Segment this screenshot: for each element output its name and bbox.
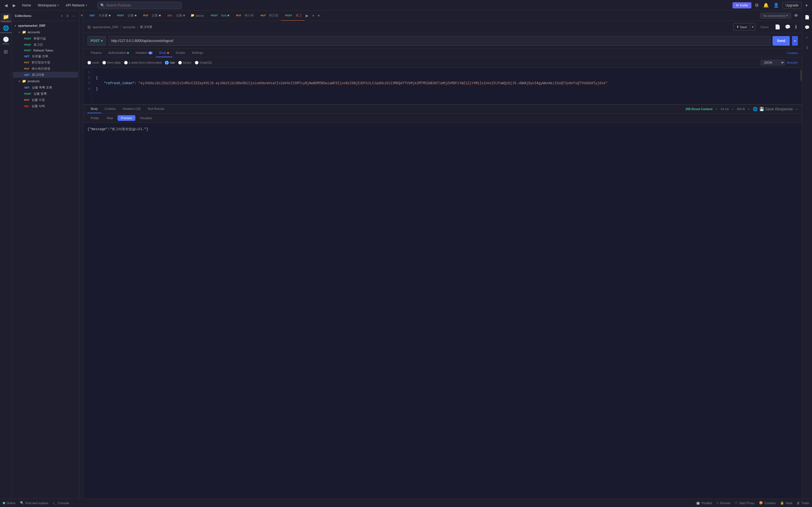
tab-settings[interactable]: Settings	[188, 49, 206, 57]
save-response-button[interactable]: 💾 Save Response	[759, 107, 793, 111]
notifications-icon[interactable]: 🔔	[762, 1, 770, 9]
filter-button[interactable]: ≡	[65, 13, 70, 18]
add-collection-button[interactable]: +	[59, 13, 64, 18]
breadcrumb-workspace[interactable]: spartamarket_DRF	[93, 25, 119, 29]
sidebar-icon-mock[interactable]: ⊞	[1, 47, 11, 57]
online-status[interactable]: Online	[3, 501, 15, 505]
right-icon-doc[interactable]: 📄	[803, 13, 811, 21]
view-tab-raw[interactable]: Raw	[103, 115, 116, 121]
sidebar-icon-history[interactable]: 🕐 History	[1, 36, 11, 46]
code-content[interactable]: { "refresh_token": "eyJhbGciOiJIUzI1NiIs…	[92, 68, 802, 104]
home-nav[interactable]: Home	[20, 2, 33, 8]
search-bar[interactable]: 🔍	[97, 2, 182, 9]
option-urlencoded[interactable]: x-www-form-urlencoded	[124, 61, 162, 64]
save-arrow-button[interactable]: ▾	[750, 23, 755, 31]
beautify-button[interactable]: Beautify	[786, 61, 798, 64]
comments-button[interactable]: 💬	[784, 23, 792, 31]
tab-put-password[interactable]: PUT 패스워	[232, 11, 257, 21]
forward-button[interactable]: ▶	[11, 2, 17, 9]
send-arrow-button[interactable]: ▾	[792, 36, 798, 46]
tab-post-logout[interactable]: POST 로그	[281, 11, 305, 21]
postbot-button[interactable]: 🤖 Postbot	[696, 501, 712, 505]
sidebar-icon-collections[interactable]: 📁 Collections	[1, 13, 11, 23]
tab-get-profile[interactable]: GET 프로를	[86, 11, 113, 21]
option-raw[interactable]: raw	[165, 61, 175, 64]
resp-tab-cookies[interactable]: Cookies	[101, 105, 119, 113]
right-icon-comments[interactable]: 💬	[803, 23, 811, 32]
sidebar-icon-environments[interactable]: 🌐 Environments	[1, 24, 11, 34]
raw-radio[interactable]	[165, 61, 168, 64]
tab-authorization[interactable]: Authorization	[105, 49, 132, 57]
tab-scripts[interactable]: Scripts	[172, 49, 189, 57]
cookies-bottom-button[interactable]: 🍪 Cookies	[759, 501, 776, 505]
put-profile-edit[interactable]: PUT 본인정보수정	[13, 59, 78, 65]
right-icon-info[interactable]: ℹ	[803, 43, 811, 52]
invite-button[interactable]: ✉ Invite	[732, 2, 751, 8]
resp-tab-headers[interactable]: Headers (10)	[119, 105, 144, 113]
option-none[interactable]: none	[87, 61, 99, 64]
start-proxy-button[interactable]: ⬡ Start Proxy	[735, 501, 755, 505]
tabs-more[interactable]: ▾	[317, 13, 321, 18]
find-replace-button[interactable]: 🔍 Find and replace	[20, 501, 49, 505]
get-profile[interactable]: GET 프로필 조회	[13, 53, 78, 59]
tab-post-product[interactable]: POST 상품	[113, 11, 140, 21]
get-products-list[interactable]: GET 상품 목록 조회	[13, 84, 78, 91]
option-form-data[interactable]: form-data	[102, 61, 120, 64]
none-radio[interactable]	[87, 61, 91, 64]
share-button[interactable]: Share	[758, 23, 771, 31]
vault-button[interactable]: 🔒 Vault	[780, 501, 792, 505]
option-graphql[interactable]: GraphQL	[195, 61, 212, 64]
console-button[interactable]: >_ Console	[53, 501, 69, 505]
breadcrumb-folder[interactable]: accounts	[123, 25, 135, 29]
new-tab-button[interactable]: +	[310, 13, 317, 18]
post-signup[interactable]: POST 회원가입	[13, 36, 78, 41]
products-folder[interactable]: ▾ 📁 products ···	[13, 78, 78, 84]
avatar-icon[interactable]: 👤	[772, 1, 780, 9]
runner-button[interactable]: ▷ Runner	[717, 501, 730, 505]
tab-params[interactable]: Params	[87, 49, 105, 57]
format-select[interactable]: JSON Text JavaScript HTML XML	[761, 60, 785, 65]
tab-del-product[interactable]: DEL 상품	[163, 11, 188, 21]
search-input[interactable]	[106, 3, 179, 7]
panel-collapse-button[interactable]: ◀	[80, 11, 84, 499]
resp-tab-body[interactable]: Body	[87, 105, 101, 113]
resp-tab-test-results[interactable]: Test Results	[144, 105, 168, 113]
more-options-button[interactable]: ···	[71, 13, 77, 18]
settings-icon[interactable]: ⚙	[754, 1, 760, 9]
method-select[interactable]: POST ▾	[87, 36, 106, 46]
workspaces-nav[interactable]: Workspaces ▾	[36, 2, 61, 8]
upgrade-button[interactable]: Upgrade	[782, 2, 802, 9]
put-password[interactable]: PUT 패스워드변경	[13, 66, 78, 71]
binary-radio[interactable]	[178, 61, 182, 64]
view-tab-visualize[interactable]: Visualize	[137, 115, 156, 121]
workspace-item[interactable]: ▾ spartamarket_DRF ···	[13, 22, 78, 29]
right-icon-expand[interactable]: ⤢	[803, 33, 811, 42]
env-manage-button[interactable]: 👁	[793, 12, 800, 19]
get-logout[interactable]: GET 로그아웃	[13, 72, 78, 78]
editor-scrollbar[interactable]	[800, 68, 802, 104]
tab-put-profile[interactable]: PUT 본인정	[257, 11, 281, 21]
tab-accounts-folder[interactable]: 📁 accou	[188, 11, 207, 21]
option-binary[interactable]: binary	[178, 61, 192, 64]
api-network-nav[interactable]: API Network ▾	[63, 2, 89, 8]
put-product-edit[interactable]: PUT 상품 수정	[13, 97, 78, 103]
tab-headers[interactable]: Headers9	[132, 49, 156, 57]
graphql-radio[interactable]	[195, 61, 199, 64]
globe-icon[interactable]: 🌐	[753, 107, 758, 111]
form-data-radio[interactable]	[102, 61, 106, 64]
tab-body[interactable]: Body	[156, 49, 172, 57]
url-input[interactable]	[108, 36, 770, 46]
cookies-link[interactable]: Cookies	[786, 51, 798, 55]
view-tab-preview[interactable]: Preview	[117, 115, 135, 121]
tab-put-product[interactable]: PUT 상품	[139, 11, 163, 21]
menu-chevron[interactable]: ▾	[804, 2, 809, 9]
post-login[interactable]: POST 로그인	[13, 42, 78, 48]
tab-post-refresh[interactable]: POST Refi	[207, 11, 232, 21]
info-button[interactable]: ℹ	[794, 23, 798, 31]
resp-more-button[interactable]: ···	[795, 107, 798, 111]
tabs-scroll-right[interactable]: ▶	[305, 13, 310, 18]
post-refresh[interactable]: POST Refresh Token	[13, 48, 78, 53]
send-button[interactable]: Send	[772, 36, 790, 46]
trash-button[interactable]: 🗑 Trash	[797, 501, 809, 505]
urlencoded-radio[interactable]	[124, 61, 128, 64]
